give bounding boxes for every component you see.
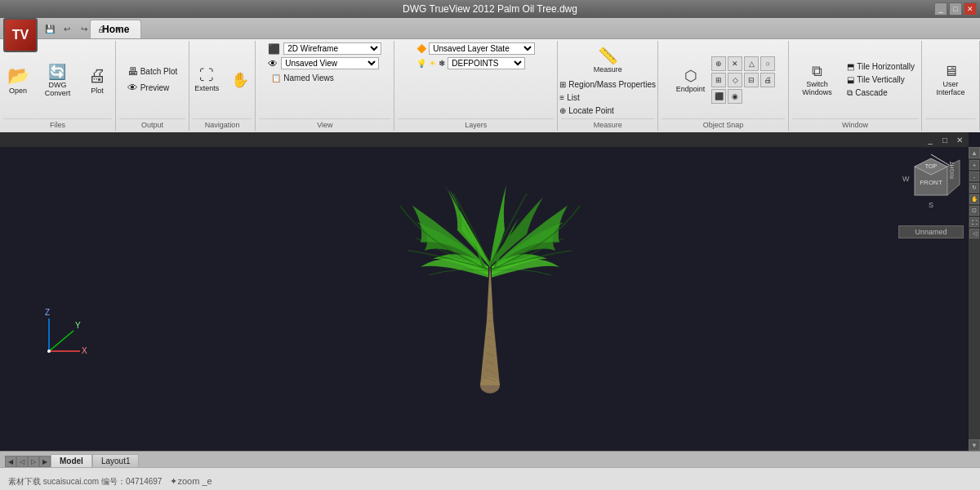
tile-horiz-button[interactable]: ⬒ Tile Horizontally [844,60,918,73]
prev-view-btn[interactable]: ◁ [969,229,979,238]
snap-btn-8[interactable]: 🖨 [760,73,775,87]
ui-icon: 🖥 [943,63,958,80]
scroll-right2-btn[interactable]: ▷ [28,456,39,467]
scroll-down-btn[interactable]: ▼ [969,439,980,451]
extents-icon: ⛶ [199,67,214,84]
scroll-up-btn[interactable]: ▲ [969,147,980,158]
region-mass-button[interactable]: ⊞ Region/Mass Properties [556,78,659,91]
vertical-scrollbar: ▲ + - ↻ ✋ ⊡ ⛶ ◁ ▼ [969,147,980,451]
snap-btn-4[interactable]: ○ [760,56,775,71]
locate-point-button[interactable]: ⊕ Locate Point [556,105,659,117]
freeze-icon: ❄ [439,59,445,68]
layer-state-dropdown[interactable]: Unsaved Layer State [429,42,535,55]
ribbon: 📂 Open 🔄 DWG Convert 🖨 Plot Files [0,39,980,132]
extents-button[interactable]: ⛶ Extents [189,64,224,96]
region-icon: ⊞ [559,80,566,89]
viewport[interactable]: _ □ ✕ [0,132,980,451]
minimize-button[interactable]: _ [934,2,947,16]
switch-icon: ⧉ [812,63,822,80]
sun-icon: ☀ [429,59,436,68]
undo-btn[interactable]: ↩ [60,21,74,36]
tab-model[interactable]: Model [51,454,92,467]
scroll-right-btn[interactable]: ▶ [39,456,51,467]
zoom-in-btn[interactable]: + [969,160,979,170]
zoom-out-btn[interactable]: - [969,172,979,181]
group-window: ⧉ Switch Windows ⬒ Tile Horizontally ⬓ T… [789,41,922,131]
batch-plot-button[interactable]: 🖶 Batch Plot [124,64,181,79]
wireframe-icon: ⬛ [268,43,280,55]
endpoint-button[interactable]: ⬡ Endpoint [671,64,710,96]
group-measure: 📏 Measure ⊞ Region/Mass Properties ≡ Lis… [558,41,658,131]
pan-vp-btn[interactable]: ✋ [969,194,979,204]
group-navigation: ⛶ Extents ✋ Navigation [189,41,256,131]
wireframe-dropdown[interactable]: 2D Wireframe [283,42,381,55]
open-icon: 📂 [7,65,29,87]
svg-line-12 [49,331,74,351]
list-button[interactable]: ≡ List [556,91,659,104]
user-interface-button[interactable]: 🖥 User Interface [925,60,976,100]
svg-text:W: W [902,175,910,183]
quick-access-toolbar: 💾 ↩ ↪ 🖨 ▼ [42,21,126,36]
group-files: 📂 Open 🔄 DWG Convert 🖨 Plot Files [0,41,116,131]
plot-button[interactable]: 🖨 Plot [82,62,112,98]
convert-icon: 🔄 [48,63,66,81]
preview-button[interactable]: 👁 Preview [124,80,181,96]
viewport-toolbar: + - ↻ ✋ ⊡ ⛶ ◁ [969,158,980,439]
qa-dropdown[interactable]: ▼ [111,21,126,36]
snap-btn-6[interactable]: ◇ [728,73,742,87]
layout-tabs: ◀ ◁ ▷ ▶ Model Layout1 [0,451,980,467]
view-dropdown[interactable]: Unsaved View [281,57,379,69]
vp-close[interactable]: ✕ [954,134,965,145]
svg-text:Z: Z [45,308,50,317]
cascade-button[interactable]: ⧉ Cascade [844,87,918,100]
svg-text:X: X [82,346,87,355]
tile-horiz-icon: ⬒ [847,62,854,71]
redo-btn[interactable]: ↪ [77,21,91,36]
vp-restore[interactable]: □ [939,134,951,145]
cascade-icon: ⧉ [847,88,853,98]
pan-button[interactable]: ✋ [225,68,255,92]
window-controls: _ □ ✕ [934,2,977,16]
snap-btn-9[interactable]: ⬛ [711,89,726,104]
scroll-left-btn[interactable]: ◀ [5,456,16,467]
layer-dropdown[interactable]: DEFPOINTS [448,57,525,69]
snap-btn-7[interactable]: ⊟ [744,73,759,87]
named-views-button[interactable]: 📋 Named Views [268,72,337,84]
palm-tree-svg [368,132,612,402]
extent-vp-btn[interactable]: ⛶ [969,217,979,227]
ribbon-tab-bar: 💾 ↩ ↪ 🖨 ▼ Home [0,18,980,39]
group-object-snap: ⬡ Endpoint ⊕ ✕ △ ○ ⊞ ◇ ⊟ 🖨 [658,41,789,131]
batch-plot-icon: 🖶 [127,65,138,78]
zoom-window-btn[interactable]: ⊡ [969,206,979,216]
switch-windows-button[interactable]: ⧉ Switch Windows [792,60,842,100]
close-button[interactable]: ✕ [964,2,977,16]
tile-vert-icon: ⬓ [847,75,854,84]
layer-state-icon: 🔶 [416,44,426,53]
scroll-left2-btn[interactable]: ◁ [16,456,28,467]
save-quick-btn[interactable]: 💾 [42,21,57,36]
measure-button[interactable]: 📏 Measure [589,42,627,77]
snap-btn-2[interactable]: ✕ [728,56,742,71]
view-icon: 👁 [268,58,278,69]
tile-vert-button[interactable]: ⬓ Tile Vertically [844,74,918,86]
app-logo[interactable]: TV [3,18,38,52]
group-layers: 🔶 Unsaved Layer State 💡 ☀ ❄ DEFPOINTS La… [394,41,558,131]
snap-btn-10[interactable]: ◉ [728,89,742,104]
maximize-button[interactable]: □ [949,2,962,16]
group-ui: 🖥 User Interface [922,41,980,131]
snap-btn-5[interactable]: ⊞ [711,73,726,87]
tab-layout1[interactable]: Layout1 [92,454,140,467]
viewport-name-label: Unnamed [898,225,964,238]
vp-minimize[interactable]: _ [924,134,936,145]
dwg-convert-button[interactable]: 🔄 DWG Convert [34,60,81,100]
snap-btn-1[interactable]: ⊕ [711,56,726,71]
svg-text:RIGHT: RIGHT [949,161,955,180]
print-btn[interactable]: 🖨 [94,21,109,36]
open-button[interactable]: 📂 Open [3,62,33,98]
orbit-btn[interactable]: ↻ [969,183,979,193]
svg-text:S: S [929,201,933,209]
nav-cube[interactable]: FRONT RIGHT TOP W S Unnamed [898,150,964,238]
list-icon: ≡ [559,93,564,102]
svg-point-16 [47,350,51,353]
snap-btn-3[interactable]: △ [744,56,759,71]
